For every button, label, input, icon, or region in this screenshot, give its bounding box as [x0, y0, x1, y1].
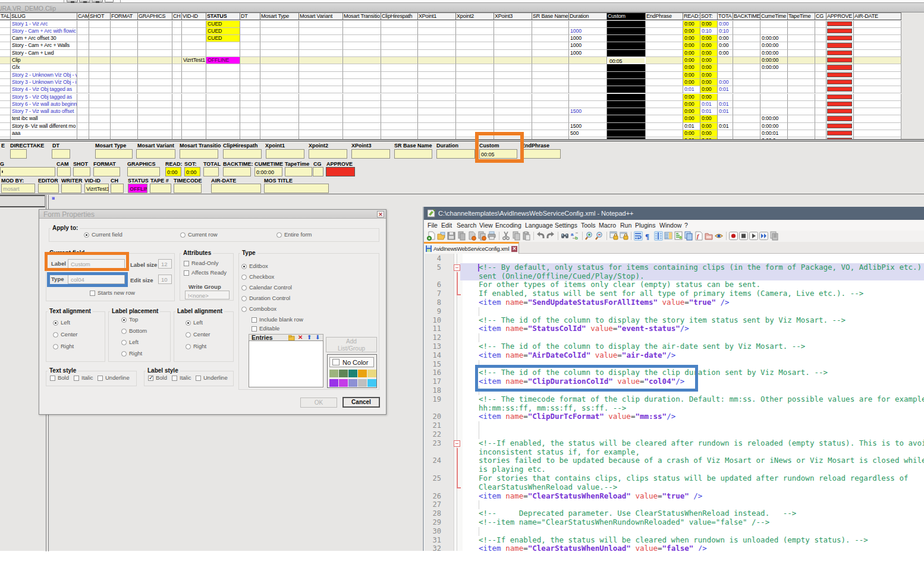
grid-cell-xp1[interactable]	[418, 130, 456, 137]
grid-cell-airdate[interactable]	[854, 130, 901, 137]
grid-cell-shot[interactable]	[89, 28, 111, 35]
color-swatch-0[interactable]	[329, 370, 338, 377]
grid-cell-cg[interactable]	[815, 72, 826, 79]
color-swatch-3[interactable]	[358, 370, 367, 377]
grid-cell-read[interactable]: 0:00	[683, 130, 700, 137]
grid-cell-srbase[interactable]	[532, 79, 569, 86]
grid-cell-dur[interactable]	[569, 94, 607, 101]
grid-cell-mtransition[interactable]	[343, 50, 381, 57]
grid-cell-custom[interactable]	[607, 101, 646, 108]
grid-cell-mtype[interactable]	[260, 28, 299, 35]
grid-row-9[interactable]: Story 4 - Viz Obj tagged as0:010:000:01	[0, 86, 901, 93]
grid-cell-endphrase[interactable]	[646, 94, 683, 101]
grid-cell-xp1[interactable]	[418, 50, 456, 57]
grid-cell-endphrase[interactable]	[646, 108, 683, 115]
entries-delete-icon[interactable]: ✕	[298, 334, 303, 340]
label-align-left-radio[interactable]	[186, 320, 191, 326]
grid-cell-cume[interactable]: 0:00:00	[760, 50, 788, 57]
grid-cell-format[interactable]	[111, 72, 138, 79]
grid-column-header-shot[interactable]: SHOT	[89, 13, 111, 20]
grid-cell-tal[interactable]	[0, 57, 11, 64]
grid-cell-sot[interactable]: 0:00	[700, 72, 718, 79]
grid-cell-format[interactable]	[111, 57, 138, 64]
grid-cell-xp1[interactable]	[418, 101, 456, 108]
grid-cell-read[interactable]: 0:00	[683, 79, 700, 86]
grid-cell-mtransition[interactable]	[343, 79, 381, 86]
grid-cell-srbase[interactable]	[532, 115, 569, 122]
grid-cell-cam[interactable]	[77, 108, 89, 115]
grid-cell-mtype[interactable]	[260, 94, 299, 101]
grid-cell-vid[interactable]	[182, 50, 206, 57]
grid-cell-vid[interactable]	[182, 28, 206, 35]
grid-cell-tota[interactable]: 0:00	[718, 21, 733, 28]
grid-cell-airdate[interactable]	[854, 50, 901, 57]
grid-cell-srbase[interactable]	[532, 57, 569, 64]
form-field-sot-[interactable]: 0:00	[184, 167, 200, 176]
grid-cell-xp1[interactable]	[418, 57, 456, 64]
save-icon[interactable]	[447, 231, 456, 241]
grid-cell-vid[interactable]	[182, 101, 206, 108]
menu-settings[interactable]: Settings	[555, 222, 577, 229]
form-field-timecode[interactable]	[174, 184, 202, 193]
grid-cell-read[interactable]: 0:01	[683, 123, 700, 130]
grid-cell-slug[interactable]: Story 5 - Viz Obj tagged as	[11, 94, 77, 101]
grid-cell-cam[interactable]	[77, 57, 89, 64]
type-editbox-radio[interactable]	[241, 264, 247, 269]
grid-cell-status[interactable]	[206, 123, 240, 130]
grid-cell-cg[interactable]	[815, 79, 826, 86]
doc-map-icon[interactable]	[664, 231, 673, 241]
grid-cell-status[interactable]	[206, 72, 240, 79]
grid-cell-cam[interactable]	[77, 130, 89, 137]
grid-column-header-ch[interactable]: CH	[172, 13, 182, 20]
label-style-bold-checkbox[interactable]	[148, 376, 153, 381]
grid-cell-cg[interactable]	[815, 21, 826, 28]
grid-cell-approve[interactable]	[826, 57, 854, 64]
print-icon[interactable]	[488, 231, 496, 241]
grid-cell-backtime[interactable]	[733, 28, 760, 35]
grid-cell-custom[interactable]: 00:05	[607, 57, 646, 64]
grid-cell-cume[interactable]	[760, 94, 788, 101]
form-field-backtime-[interactable]	[223, 167, 251, 176]
grid-cell-tota[interactable]: 0:01	[718, 101, 733, 108]
show-symbol-icon[interactable]: ¶	[644, 231, 653, 241]
grid-cell-ch[interactable]	[172, 72, 182, 79]
grid-cell-tota[interactable]: 0:01	[718, 86, 733, 93]
grid-cell-mtransition[interactable]	[343, 28, 381, 35]
grid-cell-mtransition[interactable]	[343, 108, 381, 115]
color-swatch-8[interactable]	[358, 379, 367, 387]
grid-cell-custom[interactable]	[607, 79, 646, 86]
grid-cell-cliphires[interactable]	[381, 64, 418, 71]
grid-cell-ch[interactable]	[172, 79, 182, 86]
grid-cell-xp3[interactable]	[494, 21, 532, 28]
grid-cell-graphics[interactable]	[138, 50, 172, 57]
no-color-button[interactable]: No Color	[329, 357, 374, 367]
grid-column-header-xp2[interactable]: Xpoint2	[456, 13, 494, 20]
grid-cell-format[interactable]	[111, 86, 138, 93]
form-field-graphics[interactable]	[127, 167, 160, 176]
grid-cell-sot[interactable]: 0:00	[700, 50, 718, 57]
play-icon[interactable]	[749, 231, 758, 241]
sync-v-icon[interactable]	[609, 231, 618, 241]
grid-cell-status[interactable]	[206, 42, 240, 49]
grid-cell-sot[interactable]: 0:10	[700, 28, 718, 35]
grid-cell-cam[interactable]	[77, 115, 89, 122]
grid-cell-slug[interactable]: Clip	[11, 57, 77, 64]
grid-column-header-custom[interactable]: Custom	[607, 13, 646, 20]
grid-cell-slug[interactable]: aaa	[11, 130, 77, 137]
grid-cell-graphics[interactable]	[138, 130, 172, 137]
grid-cell-cam[interactable]	[77, 101, 89, 108]
grid-cell-mtype[interactable]	[260, 72, 299, 79]
grid-cell-cg[interactable]	[815, 86, 826, 93]
grid-cell-endphrase[interactable]	[646, 101, 683, 108]
grid-cell-srbase[interactable]	[532, 130, 569, 137]
grid-cell-xp2[interactable]	[456, 79, 494, 86]
grid-cell-ch[interactable]	[172, 86, 182, 93]
grid-cell-mtransition[interactable]	[343, 42, 381, 49]
grid-cell-format[interactable]	[111, 108, 138, 115]
grid-column-header-vid[interactable]: VID-ID	[182, 13, 206, 20]
grid-cell-mvariant[interactable]	[299, 72, 343, 79]
grid-cell-status[interactable]: CUED	[206, 28, 240, 35]
grid-cell-endphrase[interactable]	[646, 79, 683, 86]
grid-cell-cam[interactable]	[77, 28, 89, 35]
grid-cell-mvariant[interactable]	[299, 28, 343, 35]
